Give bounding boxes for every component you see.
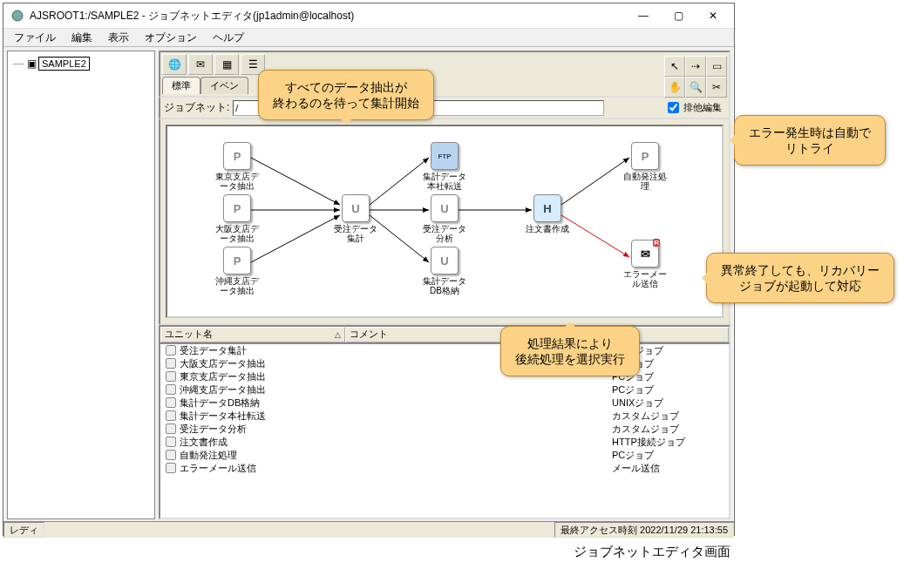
menu-bar: ファイル 編集 表示 オプション ヘルプ [3,29,734,47]
status-left: レディ [3,522,44,538]
list-row[interactable]: 集計データDB格納UNIXジョブ [160,396,729,410]
tool-box-icon[interactable]: ▭ [706,56,727,77]
app-icon [10,9,24,23]
list-row[interactable]: 受注データ分析カスタムジョブ [160,423,729,436]
header-unit-name[interactable]: ユニット名△ [160,327,345,342]
status-right: 最終アクセス時刻 2022/11/29 21:13:55 [554,522,734,538]
figure-caption: ジョブネットエディタ画面 [574,544,730,560]
list-header: ユニット名△ コメント 種別 [159,325,730,342]
node-ftp[interactable]: FTP集計データ 本社転送 [417,142,472,191]
exclusive-edit-check[interactable]: 排他編集 [664,99,722,116]
exclusive-edit-label: 排他編集 [683,101,722,114]
node-agg[interactable]: U受注データ 集計 [328,194,384,243]
tool-globe-icon[interactable]: 🌐 [162,54,187,75]
node-mail[interactable]: ✉Rエラーメー ル送信 [617,240,673,288]
jobnet-bar: ジョブネット: 排他編集 [159,98,730,119]
tool-mail-icon[interactable]: ✉ [188,54,213,75]
diagram-canvas[interactable]: P東京支店デ ータ抽出 P大阪支店デ ータ抽出 P沖縄支店デ ータ抽出 U受注デ… [166,125,724,318]
list-row[interactable]: 大阪支店データ抽出PCジョブ [160,357,729,370]
node-ana[interactable]: U受注データ 分析 [417,194,472,243]
tree-root-label: SAMPLE2 [38,57,90,71]
callout-auto-retry: エラー発生時は自動で リトライ [734,115,886,166]
callout-wait-all: すべてのデータ抽出が 終わるのを待って集計開始 [258,70,434,120]
tool-pointer-icon[interactable]: ↖ [664,56,685,77]
tool-link-icon[interactable]: ⇢ [685,56,706,77]
callout-branch: 処理結果により 後続処理を選択実行 [500,326,640,376]
window-title: AJSROOT1:/SAMPLE2 - ジョブネットエディタ(jp1admin@… [30,9,626,24]
tree-root-item[interactable]: ┄┄ ▣ SAMPLE2 [13,57,154,71]
menu-edit[interactable]: 編集 [65,29,99,47]
node-osaka[interactable]: P大阪支店デ ータ抽出 [209,194,265,243]
list-row[interactable]: 受注データ集計UNIXジョブ [160,344,729,357]
tool-grid-icon[interactable]: ▦ [214,54,239,75]
menu-file[interactable]: ファイル [7,29,63,47]
exclusive-edit-checkbox[interactable] [668,102,679,113]
list-row[interactable]: 注文書作成HTTP接続ジョブ [160,436,729,449]
callout-recovery: 異常終了しても、リカバリー ジョブが起動して対応 [706,253,894,303]
close-button[interactable]: ✕ [696,5,730,26]
svg-point-0 [12,10,23,21]
tree-pane[interactable]: ┄┄ ▣ SAMPLE2 [7,51,155,519]
unit-list[interactable]: 受注データ集計UNIXジョブ大阪支店データ抽出PCジョブ東京支店データ抽出PCジ… [159,342,730,519]
minimize-button[interactable]: — [626,5,661,26]
node-db[interactable]: U集計データ DB格納 [417,247,472,295]
list-row[interactable]: 集計データ本社転送カスタムジョブ [160,410,729,423]
node-tokyo[interactable]: P東京支店デ ータ抽出 [209,142,265,191]
node-okinawa[interactable]: P沖縄支店デ ータ抽出 [209,247,265,295]
tool-zoom-icon[interactable]: 🔍 [685,77,706,98]
tool-cut-icon[interactable]: ✂ [706,77,727,98]
tool-hand-icon[interactable]: ✋ [664,77,685,98]
toolbar: 🌐 ✉ ▦ ☰ 標準 イベン ↖ ⇢ ▭ ✋ 🔍 [159,51,730,98]
jobnet-label: ジョブネット: [164,100,229,115]
menu-view[interactable]: 表示 [101,29,136,47]
status-bar: レディ 最終アクセス時刻 2022/11/29 21:13:55 [3,521,734,538]
node-auto[interactable]: P自動発注処 理 [617,142,673,191]
list-row[interactable]: エラーメール送信メール送信 [160,462,729,475]
list-row[interactable]: 東京支店データ抽出PCジョブ [160,370,729,383]
list-row[interactable]: 沖縄支店データ抽出PCジョブ [160,383,729,396]
maximize-button[interactable]: ▢ [661,5,696,26]
title-bar: AJSROOT1:/SAMPLE2 - ジョブネットエディタ(jp1admin@… [3,3,734,29]
list-row[interactable]: 自動発注処理PCジョブ [160,449,729,462]
menu-option[interactable]: オプション [138,29,204,47]
node-order[interactable]: H注文書作成 [520,194,575,234]
menu-help[interactable]: ヘルプ [206,29,251,47]
tab-event[interactable]: イベン [200,77,248,94]
tab-standard[interactable]: 標準 [162,77,200,94]
